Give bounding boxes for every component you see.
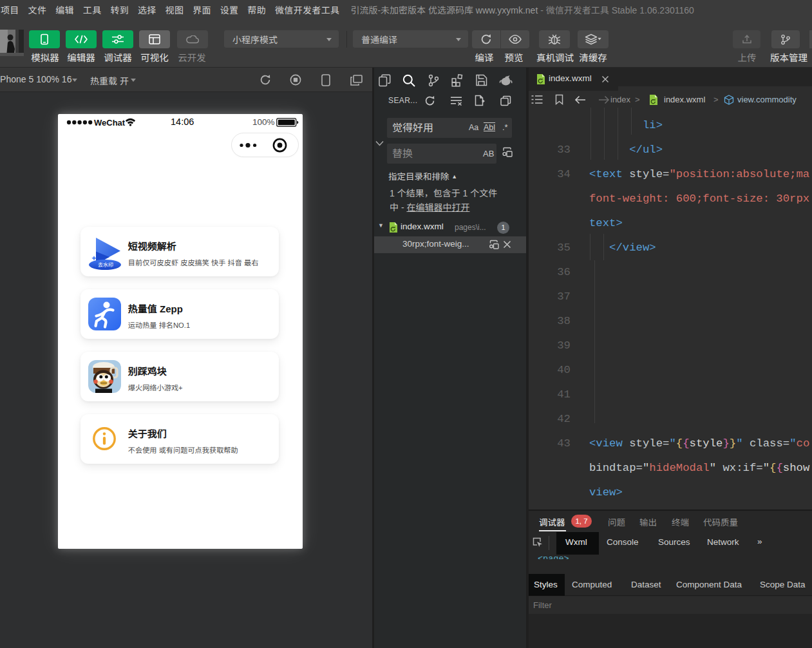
svg-text:去水印: 去水印 (98, 261, 113, 268)
